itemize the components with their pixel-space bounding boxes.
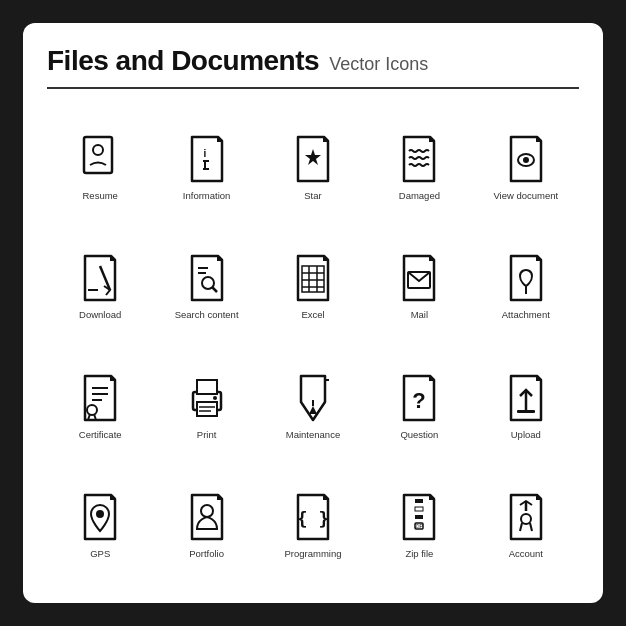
- damaged-label: Damaged: [399, 190, 440, 201]
- header: Files and Documents Vector Icons: [47, 45, 579, 89]
- svg-point-41: [201, 505, 213, 517]
- star-label: Star: [304, 190, 321, 201]
- programming-icon: { }: [287, 491, 339, 543]
- mail-label: Mail: [411, 309, 428, 320]
- svg-text:{ }: { }: [297, 508, 330, 529]
- icon-print: Print: [153, 346, 259, 466]
- svg-rect-30: [197, 380, 217, 394]
- zip-file-icon: ZIP: [393, 491, 445, 543]
- svg-point-49: [521, 514, 531, 524]
- information-icon: i: [181, 133, 233, 185]
- svg-rect-44: [415, 507, 423, 511]
- zip-file-label: Zip file: [405, 548, 433, 559]
- programming-label: Programming: [284, 548, 341, 559]
- icon-excel: Excel: [260, 227, 366, 347]
- icon-star: Star: [260, 107, 366, 227]
- svg-point-32: [213, 396, 217, 400]
- icon-mail: Mail: [366, 227, 472, 347]
- svg-text:?: ?: [413, 388, 426, 413]
- icon-maintenance: Maintenance: [260, 346, 366, 466]
- svg-point-40: [96, 510, 104, 518]
- icon-account: Account: [473, 466, 579, 586]
- print-label: Print: [197, 429, 217, 440]
- star-icon: [287, 133, 339, 185]
- search-content-label: Search content: [175, 309, 239, 320]
- svg-point-8: [523, 157, 529, 163]
- icon-attachment: Attachment: [473, 227, 579, 347]
- gps-label: GPS: [90, 548, 110, 559]
- question-icon: ?: [393, 372, 445, 424]
- icon-upload: Upload: [473, 346, 579, 466]
- svg-rect-39: [517, 410, 535, 413]
- icons-grid: Resume i Information Star: [47, 107, 579, 585]
- icon-resume: Resume: [47, 107, 153, 227]
- excel-icon: [287, 252, 339, 304]
- attachment-label: Attachment: [502, 309, 550, 320]
- icon-damaged: Damaged: [366, 107, 472, 227]
- svg-rect-43: [415, 499, 423, 503]
- svg-rect-45: [415, 515, 423, 519]
- upload-label: Upload: [511, 429, 541, 440]
- portfolio-label: Portfolio: [189, 548, 224, 559]
- icon-programming: { } Programming: [260, 466, 366, 586]
- damaged-icon: [393, 133, 445, 185]
- view-document-icon: [500, 133, 552, 185]
- print-icon: [181, 372, 233, 424]
- icon-download: Download: [47, 227, 153, 347]
- maintenance-label: Maintenance: [286, 429, 340, 440]
- icon-search-content: Search content: [153, 227, 259, 347]
- portfolio-icon: [181, 491, 233, 543]
- account-icon: [500, 491, 552, 543]
- information-label: Information: [183, 190, 231, 201]
- certificate-label: Certificate: [79, 429, 122, 440]
- icon-gps: GPS: [47, 466, 153, 586]
- account-label: Account: [509, 548, 543, 559]
- icon-zip-file: ZIP Zip file: [366, 466, 472, 586]
- svg-point-26: [87, 405, 97, 415]
- download-label: Download: [79, 309, 121, 320]
- svg-text:ZIP: ZIP: [416, 523, 424, 529]
- maintenance-icon: [287, 372, 339, 424]
- icon-question: ? Question: [366, 346, 472, 466]
- icon-certificate: Certificate: [47, 346, 153, 466]
- certificate-icon: [74, 372, 126, 424]
- gps-icon: [74, 491, 126, 543]
- search-content-icon: [181, 252, 233, 304]
- resume-label: Resume: [83, 190, 118, 201]
- view-document-label: View document: [493, 190, 558, 201]
- header-title: Files and Documents: [47, 45, 319, 77]
- attachment-icon: [500, 252, 552, 304]
- mail-icon: [393, 252, 445, 304]
- icon-view-document: View document: [473, 107, 579, 227]
- svg-rect-31: [197, 402, 217, 416]
- download-icon: [74, 252, 126, 304]
- svg-point-1: [93, 145, 103, 155]
- header-subtitle: Vector Icons: [329, 54, 428, 75]
- excel-label: Excel: [301, 309, 324, 320]
- icon-portfolio: Portfolio: [153, 466, 259, 586]
- icon-information: i Information: [153, 107, 259, 227]
- resume-icon: [74, 133, 126, 185]
- svg-text:i: i: [203, 148, 206, 159]
- card: Files and Documents Vector Icons Resume …: [23, 23, 603, 603]
- upload-icon: [500, 372, 552, 424]
- question-label: Question: [400, 429, 438, 440]
